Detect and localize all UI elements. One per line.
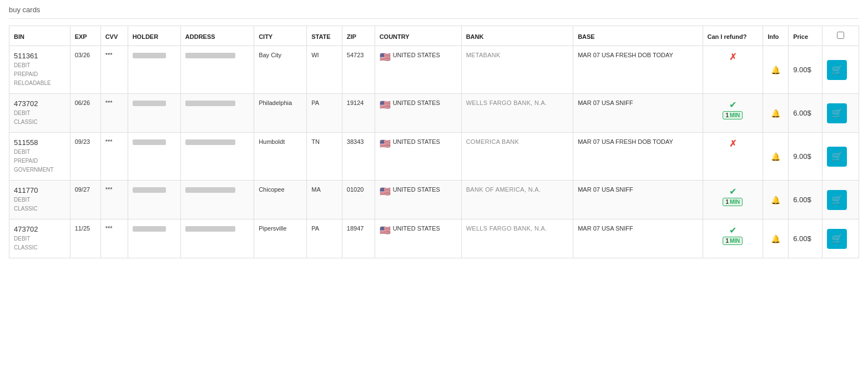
cell-bank: WELLS FARGO BANK, N.A. — [461, 219, 573, 258]
bell-icon: 🔔 — [771, 109, 780, 118]
cell-buy[interactable]: 🛒 — [822, 46, 859, 94]
cell-buy[interactable]: 🛒 — [822, 219, 859, 258]
buy-button[interactable]: 🛒 — [827, 147, 847, 167]
bell-icon: 🔔 — [771, 152, 780, 161]
col-header-bank: BANK — [461, 26, 573, 46]
cell-holder — [128, 94, 180, 133]
cell-base: MAR 07 USA SNIFF — [573, 181, 703, 219]
cell-base: MAR 07 USA FRESH DOB TODAY — [573, 46, 703, 94]
us-flag-icon: 🇺🇸 — [380, 225, 391, 236]
min-number: 1 — [725, 238, 729, 244]
cell-refund: ✗ — [703, 133, 763, 181]
col-header-state: STATE — [307, 26, 342, 46]
cell-state: PA — [307, 94, 342, 133]
min-label: MIN — [730, 199, 740, 205]
us-flag-icon: 🇺🇸 — [380, 138, 391, 149]
table-row: 511558 DEBITPREPAIDGOVERNMENT 09/23 *** … — [9, 133, 859, 181]
cell-buy[interactable]: 🛒 — [822, 94, 859, 133]
cell-country: 🇺🇸 UNITED STATES — [375, 133, 461, 181]
cell-country: 🇺🇸 UNITED STATES — [375, 181, 461, 219]
table-row: 473702 DEBITCLASSIC 11/25 *** Pipersvill… — [9, 219, 859, 258]
col-header-bin: BIN — [9, 26, 70, 46]
buy-button[interactable]: 🛒 — [827, 103, 847, 123]
page-container: buy cards BIN EXP CVV HOLDER ADDRESS CIT… — [0, 0, 868, 264]
col-header-price: Price — [789, 26, 822, 46]
us-flag-icon: 🇺🇸 — [380, 186, 391, 197]
cell-refund: ✔ 1 MIN — [703, 219, 763, 258]
cell-zip: 38343 — [342, 133, 375, 181]
us-flag-icon: 🇺🇸 — [380, 52, 391, 62]
col-header-country: COUNTRY — [375, 26, 461, 46]
col-header-address: ADDRESS — [180, 26, 254, 46]
cell-buy[interactable]: 🛒 — [822, 133, 859, 181]
table-row: 511361 DEBITPREPAIDRELOADABLE 03/26 *** … — [9, 46, 859, 94]
buy-button[interactable]: 🛒 — [827, 60, 847, 80]
cell-city: Humboldt — [254, 133, 307, 181]
cell-exp: 09/27 — [70, 181, 100, 219]
us-flag-icon: 🇺🇸 — [380, 99, 391, 110]
cell-info: 🔔 — [763, 46, 789, 94]
cell-state: PA — [307, 219, 342, 258]
cell-country: 🇺🇸 UNITED STATES — [375, 46, 461, 94]
cell-refund: ✔ 1 MIN — [703, 94, 763, 133]
cell-info: 🔔 — [763, 219, 789, 258]
cell-country: 🇺🇸 UNITED STATES — [375, 219, 461, 258]
cell-address — [180, 46, 254, 94]
min-label: MIN — [730, 112, 740, 118]
check-icon: ✔ — [729, 186, 736, 197]
buy-button[interactable]: 🛒 — [827, 229, 847, 249]
cell-price: 6.00$ — [789, 181, 822, 219]
min-number: 1 — [725, 112, 729, 118]
table-header-row: BIN EXP CVV HOLDER ADDRESS CITY STATE ZI… — [9, 26, 859, 46]
cell-info: 🔔 — [763, 94, 789, 133]
cell-exp: 03/26 — [70, 46, 100, 94]
cell-zip: 54723 — [342, 46, 375, 94]
col-header-holder: HOLDER — [128, 26, 180, 46]
cell-cvv: *** — [100, 94, 128, 133]
cell-exp: 09/23 — [70, 133, 100, 181]
bell-icon: 🔔 — [771, 66, 780, 74]
cell-city: Bay City — [254, 46, 307, 94]
cell-city: Chicopee — [254, 181, 307, 219]
cell-bank: WELLS FARGO BANK, N.A. — [461, 94, 573, 133]
select-all-checkbox[interactable] — [837, 32, 844, 39]
bell-icon: 🔔 — [771, 234, 780, 243]
cell-state: WI — [307, 46, 342, 94]
cell-bank: COMERICA BANK — [461, 133, 573, 181]
col-header-exp: EXP — [70, 26, 100, 46]
cell-bin: 473702 DEBITCLASSIC — [9, 219, 70, 258]
cell-address — [180, 181, 254, 219]
cell-buy[interactable]: 🛒 — [822, 181, 859, 219]
cell-bin: 473702 DEBITCLASSIC — [9, 94, 70, 133]
cell-state: MA — [307, 181, 342, 219]
col-header-info: Info — [763, 26, 789, 46]
cell-price: 9.00$ — [789, 133, 822, 181]
cell-info: 🔔 — [763, 133, 789, 181]
buy-button[interactable]: 🛒 — [827, 190, 847, 210]
cell-cvv: *** — [100, 219, 128, 258]
cell-zip: 01020 — [342, 181, 375, 219]
cell-address — [180, 133, 254, 181]
col-header-zip: ZIP — [342, 26, 375, 46]
cell-exp: 11/25 — [70, 219, 100, 258]
x-icon: ✗ — [729, 52, 736, 62]
cell-zip: 18947 — [342, 219, 375, 258]
bell-icon: 🔔 — [771, 196, 780, 204]
cell-city: Pipersville — [254, 219, 307, 258]
table-row: 473702 DEBITCLASSIC 06/26 *** Philadelph… — [9, 94, 859, 133]
cell-base: MAR 07 USA SNIFF — [573, 219, 703, 258]
check-icon: ✔ — [729, 99, 736, 110]
cell-base: MAR 07 USA FRESH DOB TODAY — [573, 133, 703, 181]
cell-price: 9.00$ — [789, 46, 822, 94]
cell-city: Philadelphia — [254, 94, 307, 133]
col-header-select[interactable] — [822, 26, 859, 46]
cell-cvv: *** — [100, 133, 128, 181]
cards-table: BIN EXP CVV HOLDER ADDRESS CITY STATE ZI… — [9, 26, 859, 258]
cell-bank: BANK OF AMERICA, N.A. — [461, 181, 573, 219]
cell-holder — [128, 133, 180, 181]
cell-bin: 511558 DEBITPREPAIDGOVERNMENT — [9, 133, 70, 181]
cell-base: MAR 07 USA SNIFF — [573, 94, 703, 133]
cell-holder — [128, 181, 180, 219]
cell-address — [180, 94, 254, 133]
cell-exp: 06/26 — [70, 94, 100, 133]
